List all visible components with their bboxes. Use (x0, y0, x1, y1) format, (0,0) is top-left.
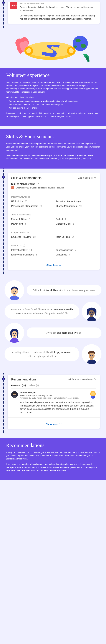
recommendation-text: Zara is extremely passionate about her w… (20, 401, 96, 414)
recommender-avatar[interactable] (11, 391, 18, 398)
edit-icon[interactable]: ✎ (94, 378, 96, 381)
experience-description-2: Duties include assisting the Regional Fu… (20, 14, 96, 20)
chevron-up-icon: ︿ (59, 264, 61, 266)
skill-item[interactable]: Team Building · 14 (55, 236, 96, 238)
skill-item[interactable]: Grievances · 4 (55, 253, 96, 256)
volunteer-p3: Companies seek a good personality fit fo… (6, 112, 100, 118)
skills-p2: Other users can review your skills and e… (6, 154, 100, 160)
skill-item[interactable]: Employment Contracts · 5 (11, 253, 52, 256)
ask-recommendation-link[interactable]: Ask for a recommendation (68, 378, 93, 380)
recommender-name[interactable]: Naomi Wright (20, 391, 96, 394)
skill-item[interactable]: Change Management · 19 (55, 204, 96, 207)
volunteer-p2: Volunteer work is crucial when: (6, 96, 100, 99)
volunteer-section: Volunteer experience Your LinkedIn profi… (0, 68, 106, 126)
category-interpersonal: Interpersonal Skills (11, 231, 96, 234)
svg-rect-15 (90, 315, 93, 317)
category-tools: Tools & Technologies (11, 214, 96, 216)
skill-item[interactable]: Employee Relations · 23 (11, 236, 52, 238)
svg-text:CRISIS: CRISIS (11, 4, 16, 6)
svg-point-12 (13, 291, 13, 292)
skill-item[interactable]: HR Policies · 25 (11, 200, 52, 202)
svg-point-6 (69, 48, 74, 53)
person-avatar-1 (4, 280, 24, 300)
svg-point-7 (73, 36, 88, 51)
person-avatar-3 (4, 323, 24, 343)
svg-point-14 (89, 310, 95, 316)
recommendations-section: Recommendations Having recommendations o… (0, 438, 106, 480)
company-logo: CRISIS (10, 2, 17, 9)
top-skill-name[interactable]: Skill of Management (11, 183, 35, 185)
person-avatar-4 (82, 344, 102, 364)
experience-description-1: Crisis is the national charity for homel… (20, 6, 96, 12)
recommendations-title: Recommendations (11, 378, 37, 381)
skill-item[interactable]: Microsoft Excel · 6 (55, 222, 96, 225)
recommendations-heading: Recommendations (6, 442, 100, 448)
skills-card-title: Skills & Endorsements (11, 176, 42, 180)
person-avatar-2 (82, 302, 102, 322)
endorsed-by-text: Endorsed by 12 of Zara's colleagues at L… (15, 187, 64, 189)
skills-p1: Skills and endorsements are as important… (6, 142, 100, 152)
speech-bubble-4: Including at least five relevant skills … (4, 347, 79, 361)
edit-icon[interactable]: ✎ (94, 176, 96, 180)
speech-bubble-3: If you can add more than five, do! (27, 328, 102, 338)
volunteer-illustration (4, 28, 102, 68)
tab-given[interactable]: Given (9) (30, 384, 39, 388)
tab-received[interactable]: Received (14) (11, 384, 26, 388)
svg-point-24 (90, 355, 91, 356)
award-ribbon-icon (89, 390, 97, 399)
top-skill-count: · 12 (35, 183, 39, 185)
svg-point-20 (13, 333, 14, 334)
chevron-down-icon: ﹀ (59, 423, 62, 425)
skills-endorsements-section: Skills & Endorsements Skills and endorse… (0, 129, 106, 168)
volunteer-p1: Your LinkedIn profile should reflect you… (6, 81, 100, 94)
svg-point-10 (11, 288, 18, 295)
recommendation-date: November 15, 2016, Naomi was senior to Z… (20, 397, 96, 399)
help-icon[interactable]: ? (23, 244, 25, 247)
speech-bubble-1: Add at least five skills related to your… (27, 285, 102, 296)
skills-heading: Skills & Endorsements (6, 134, 100, 140)
skill-item[interactable]: Microsoft Office · 7 (11, 218, 52, 220)
category-industry: Industry Knowledge (11, 196, 96, 198)
svg-point-17 (92, 312, 93, 313)
volunteer-heading: Volunteer experience (6, 72, 100, 78)
svg-point-16 (90, 312, 91, 313)
add-skill-link[interactable]: Add a new skill (78, 176, 93, 179)
svg-point-25 (92, 355, 93, 356)
svg-point-13 (15, 291, 16, 292)
recommender-role: Finance Manager at Leisurejobs.com (20, 394, 96, 396)
experience-dates: Jun 2018 – Present · 8 mos (20, 2, 96, 4)
skill-item[interactable]: Performance Management · 22 (11, 204, 52, 207)
recommendations-p1: Having recommendations on LinkedIn grabs… (6, 451, 100, 460)
show-more-button[interactable]: Show more ﹀ (11, 420, 96, 426)
speech-bubble-2: Users with at least five skills receive … (4, 304, 79, 319)
skill-item[interactable]: Outlook · 3 (55, 218, 96, 220)
svg-point-22 (89, 352, 95, 359)
category-other: Other Skills ? (11, 244, 96, 247)
volunteer-bullets: You are a recent school or university gr… (9, 100, 100, 110)
svg-rect-19 (13, 336, 16, 338)
svg-point-18 (11, 331, 17, 337)
svg-point-4 (26, 48, 31, 53)
endorser-avatars (11, 186, 14, 190)
svg-point-21 (15, 333, 16, 334)
skill-item[interactable]: Recruitment Advertising · 11 (55, 200, 96, 202)
skills-tips-section: Add at least five skills related to your… (0, 274, 106, 373)
skill-item[interactable]: International HR · 13 (11, 248, 52, 251)
svg-point-29 (91, 392, 95, 396)
recommendations-p2: If you worked on a project with colleagu… (6, 463, 100, 472)
skill-item[interactable]: PowerPoint · 3 (11, 222, 52, 225)
show-less-button[interactable]: Show less ︿ (11, 262, 96, 266)
svg-rect-23 (90, 358, 93, 360)
skill-item[interactable]: Talent Acquisition · 7 (55, 248, 96, 251)
